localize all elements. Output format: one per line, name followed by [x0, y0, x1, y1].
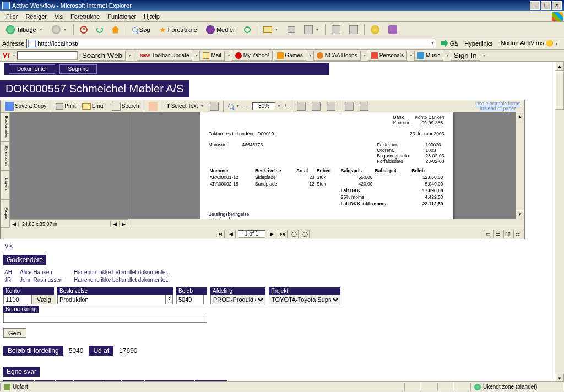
tab-sogning[interactable]: Søgning	[59, 64, 96, 74]
pdf-hand-tool[interactable]	[146, 101, 160, 111]
pdf-zoom-plus[interactable]: +	[281, 101, 290, 111]
pdf-zoom-out[interactable]: −	[243, 101, 252, 111]
go-button[interactable]: Gå	[438, 40, 460, 47]
pdf-snapshot-tool[interactable]	[207, 101, 221, 111]
pdf-tab-pages[interactable]: Pages	[1, 199, 10, 228]
search-button[interactable]: Søg	[128, 24, 154, 36]
back-button[interactable]: Tilbage▼	[2, 24, 47, 36]
view-continuous[interactable]: ☰	[494, 230, 502, 238]
projekt-select[interactable]: TOYOTA-Toyota Supra 3.0	[269, 295, 340, 304]
tool-button-2[interactable]	[384, 24, 401, 36]
pdf-fit-page[interactable]	[294, 101, 308, 111]
menu-hjaelp[interactable]: Hjælp	[140, 12, 164, 21]
menu-foretrukne[interactable]: Foretrukne	[67, 12, 104, 21]
pdf-print-button[interactable]: Print	[53, 101, 79, 111]
back-icon	[6, 25, 15, 34]
menu-vis[interactable]: Vis	[51, 12, 67, 21]
favorites-button[interactable]: ★Foretrukne	[155, 24, 201, 36]
yahoo-mail[interactable]: Mail	[199, 51, 224, 61]
messenger-button[interactable]	[367, 24, 383, 36]
bemaerkning-input[interactable]	[3, 313, 207, 323]
fit-page-icon	[297, 102, 306, 111]
yahoo-toolbar-update[interactable]: NEW Toolbar Update	[137, 51, 193, 61]
table-row: XPA00001-12Sideplade23Stuk550,0012.650,0…	[209, 174, 444, 181]
gem-button[interactable]: Gem	[3, 328, 26, 338]
view-single[interactable]: ▭	[484, 230, 492, 238]
tool-button-1[interactable]	[345, 24, 362, 36]
yahoo-search-input[interactable]	[17, 51, 78, 60]
yahoo-ncaa[interactable]: NCAA Hoops	[313, 51, 361, 61]
discuss-button[interactable]	[328, 24, 344, 36]
pdf-select-text[interactable]: T Select Text▼	[164, 101, 207, 111]
maximize-button[interactable]: □	[541, 1, 551, 10]
home-button[interactable]	[108, 24, 123, 36]
pdf-horizontal-scrollbar[interactable]	[128, 219, 516, 228]
pdf-tab-signatures[interactable]: Signatures	[1, 141, 10, 171]
url-input[interactable]	[36, 40, 429, 47]
allocation-form: Konto Vælg Beskrivelse ⋮ Beløb Afdeling …	[3, 287, 551, 304]
pager-last[interactable]: ⏭	[279, 230, 288, 238]
pdf-page-area[interactable]: BankKonto Banken Kontonr.99-99-888 Faktu…	[128, 112, 524, 228]
media-button[interactable]: Medier	[202, 24, 239, 36]
pdf-zoom-input[interactable]	[252, 102, 275, 110]
mail-button[interactable]: ▼	[259, 24, 283, 36]
view-facing[interactable]: ▯▯	[503, 230, 512, 238]
pdf-promo-link[interactable]: Use electronic formsinstead of paper	[473, 101, 523, 111]
afdeling-select[interactable]: PROD-Produktion	[210, 295, 265, 304]
pdf-picture[interactable]	[357, 101, 371, 111]
norton-button[interactable]: Norton AntiVirus 🟡▼	[497, 39, 562, 48]
pdf-email-button[interactable]: Email	[79, 101, 109, 111]
chevron-down-icon: ▼	[39, 28, 43, 31]
yahoo-myyahoo[interactable]: My Yahoo!	[232, 51, 273, 61]
pager-next[interactable]: ▶	[268, 230, 276, 238]
menu-rediger[interactable]: Rediger	[21, 12, 51, 21]
vertical-scrollbar[interactable]: ▲ ▼	[555, 62, 564, 383]
refresh-button[interactable]	[93, 24, 107, 36]
yahoo-logo-icon[interactable]: Y!	[2, 51, 10, 60]
vaelg-button[interactable]: Vælg	[32, 295, 56, 304]
pager-fwd-view[interactable]: ◯	[301, 230, 310, 238]
scroll-up-button[interactable]: ▲	[555, 62, 564, 71]
forward-button[interactable]: ▼	[48, 24, 71, 36]
yahoo-signin[interactable]: Sign In	[451, 51, 480, 61]
address-field[interactable]: ▼	[26, 39, 436, 48]
history-button[interactable]	[240, 24, 254, 36]
menu-filer[interactable]: Filer	[2, 12, 21, 21]
chevron-down-icon[interactable]: ▼	[431, 41, 435, 45]
pdf-rotate[interactable]	[324, 101, 338, 111]
pdf-vertical-scrollbar[interactable]: ▲ ▼	[516, 112, 524, 228]
belob-input[interactable]	[176, 295, 204, 304]
konto-input[interactable]	[3, 295, 32, 304]
print-button[interactable]	[284, 24, 299, 36]
yahoo-search-button[interactable]: Search Web	[79, 51, 126, 61]
edit-button[interactable]: ▼	[300, 24, 323, 36]
pdf-save-button[interactable]: Save a Copy	[2, 101, 49, 111]
collapse-icon[interactable]: ◀	[10, 221, 19, 227]
nav-hscroll-right[interactable]: ▶	[119, 221, 128, 227]
vis-link[interactable]: Vis	[4, 243, 13, 249]
close-button[interactable]: ✕	[552, 1, 562, 10]
menu-funktioner[interactable]: Funktioner	[104, 12, 140, 21]
beskrivelse-input[interactable]	[57, 295, 165, 304]
pdf-tab-bookmarks[interactable]: Bookmarks	[1, 112, 10, 141]
yahoo-personals[interactable]: Personals	[368, 51, 407, 61]
view-cont-facing[interactable]: ☷	[513, 230, 522, 238]
pdf-tab-layers[interactable]: Layers	[1, 170, 10, 199]
yahoo-music[interactable]: Music	[414, 51, 443, 61]
pdf-zoom-in[interactable]: ▼	[225, 101, 242, 111]
tab-dokumenter[interactable]: Dokumenter	[9, 64, 55, 74]
lookup-icon[interactable]: ⋮	[165, 295, 173, 304]
minimize-button[interactable]: _	[530, 1, 540, 10]
nav-hscroll-left[interactable]: ◀	[110, 221, 119, 227]
done-icon	[4, 384, 10, 390]
pager-input[interactable]	[238, 230, 265, 238]
yahoo-games[interactable]: Games	[274, 51, 306, 61]
stop-button[interactable]	[76, 24, 91, 36]
pdf-fit-width[interactable]	[309, 101, 323, 111]
pdf-ebook[interactable]	[342, 101, 356, 111]
pdf-search-button[interactable]: Search	[109, 101, 142, 111]
pager-back-view[interactable]: ◯	[290, 230, 299, 238]
pager-prev[interactable]: ◀	[227, 230, 236, 238]
scroll-thumb[interactable]	[555, 71, 564, 110]
pager-first[interactable]: ⏮	[216, 230, 225, 238]
